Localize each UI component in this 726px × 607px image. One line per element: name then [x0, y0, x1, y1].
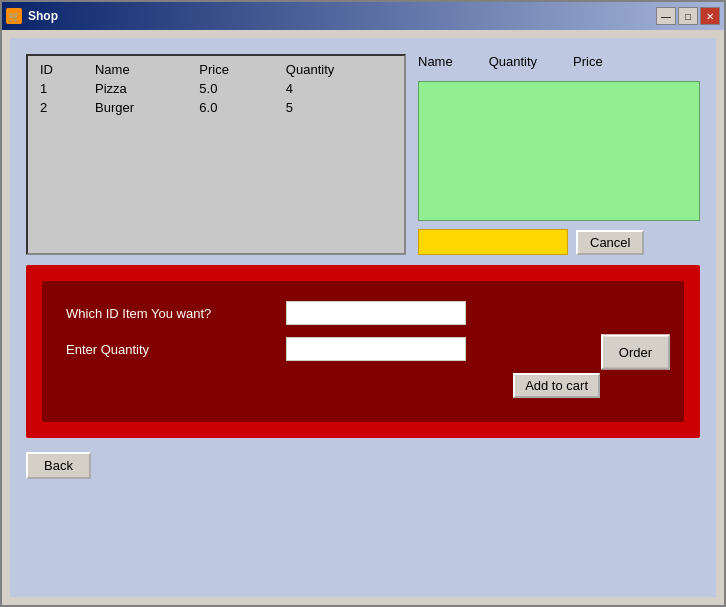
order-section: Which ID Item You want? Enter Quantity A… — [26, 265, 700, 438]
cell-price: 6.0 — [191, 98, 278, 117]
main-window: 🛒 Shop — □ ✕ ID Name Price Quantity — [0, 0, 726, 607]
cancel-button[interactable]: Cancel — [576, 230, 644, 255]
cell-quantity: 4 — [278, 79, 400, 98]
id-input[interactable] — [286, 301, 466, 325]
col-quantity: Quantity — [278, 60, 400, 79]
cell-name: Burger — [87, 98, 191, 117]
close-button[interactable]: ✕ — [700, 7, 720, 25]
cell-price: 5.0 — [191, 79, 278, 98]
back-button[interactable]: Back — [26, 452, 91, 479]
cell-name: Pizza — [87, 79, 191, 98]
maximize-button[interactable]: □ — [678, 7, 698, 25]
quantity-input[interactable] — [286, 337, 466, 361]
col-price: Price — [191, 60, 278, 79]
cart-headers: Name Quantity Price — [418, 54, 700, 69]
id-form-row: Which ID Item You want? — [66, 301, 660, 325]
window-content: ID Name Price Quantity 1 Pizza 5.0 4 2 B… — [10, 38, 716, 597]
cart-col-name: Name — [418, 54, 453, 69]
cart-bottom-controls: Cancel — [418, 229, 700, 255]
app-icon: 🛒 — [6, 8, 22, 24]
cell-id: 2 — [32, 98, 87, 117]
order-form: Which ID Item You want? Enter Quantity A… — [42, 281, 684, 422]
cell-quantity: 5 — [278, 98, 400, 117]
order-button[interactable]: Order — [601, 334, 670, 369]
product-table-container: ID Name Price Quantity 1 Pizza 5.0 4 2 B… — [26, 54, 406, 255]
col-id: ID — [32, 60, 87, 79]
id-label: Which ID Item You want? — [66, 306, 286, 321]
title-bar: 🛒 Shop — □ ✕ — [2, 2, 724, 30]
window-title: Shop — [28, 9, 58, 23]
window-controls: — □ ✕ — [656, 7, 720, 25]
quantity-form-row: Enter Quantity — [66, 337, 660, 361]
add-to-cart-button[interactable]: Add to cart — [513, 373, 600, 398]
top-section: ID Name Price Quantity 1 Pizza 5.0 4 2 B… — [26, 54, 700, 255]
cart-input[interactable] — [418, 229, 568, 255]
cart-display — [418, 81, 700, 221]
add-to-cart-row: Add to cart — [66, 373, 660, 398]
cell-id: 1 — [32, 79, 87, 98]
col-name: Name — [87, 60, 191, 79]
product-table: ID Name Price Quantity 1 Pizza 5.0 4 2 B… — [32, 60, 400, 117]
table-row: 1 Pizza 5.0 4 — [32, 79, 400, 98]
quantity-label: Enter Quantity — [66, 342, 286, 357]
table-row: 2 Burger 6.0 5 — [32, 98, 400, 117]
cart-col-quantity: Quantity — [489, 54, 537, 69]
cart-col-price: Price — [573, 54, 603, 69]
table-header-row: ID Name Price Quantity — [32, 60, 400, 79]
minimize-button[interactable]: — — [656, 7, 676, 25]
cart-panel: Name Quantity Price Cancel — [418, 54, 700, 255]
